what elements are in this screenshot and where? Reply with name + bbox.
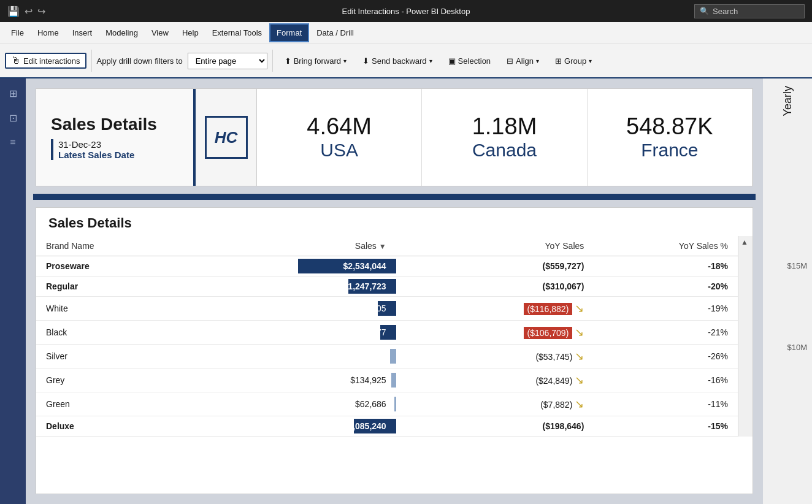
table-row[interactable]: Green$62,686($7,882)↘-11%	[36, 392, 738, 416]
sales-cell: $486,505	[216, 297, 396, 321]
brand-cell: Regular	[36, 277, 216, 297]
table-row[interactable]: Deluxe$1,085,240($198,646)-15%	[36, 416, 738, 437]
menu-modeling[interactable]: Modeling	[99, 25, 144, 41]
group-label: Group	[564, 56, 586, 66]
search-box[interactable]: 🔍 Search	[694, 4, 805, 18]
sales-details-card: Sales Details 31-Dec-23 Latest Sales Dat…	[36, 89, 196, 186]
yoy-cell: ($198,646)	[396, 416, 594, 437]
table-row[interactable]: Proseware$2,534,044($559,727)-18%	[36, 256, 738, 277]
sort-icon: ▼	[379, 242, 386, 251]
group-chevron: ▾	[589, 58, 592, 64]
brand-cell: Grey	[36, 368, 216, 392]
logo-text: HC	[205, 116, 248, 159]
apply-drill-label: Apply drill down filters to	[97, 56, 183, 66]
send-backward-button[interactable]: ⬇ Send backward ▾	[356, 53, 439, 69]
metric-france-value: 548.87K	[626, 114, 713, 140]
sales-subtitle: Latest Sales Date	[51, 150, 178, 160]
menu-bar: File Home Insert Modeling View Help Exte…	[0, 22, 812, 44]
metric-france: 548.87K France	[588, 89, 753, 186]
yoy-cell: ($24,849)↘	[396, 368, 594, 392]
yoy-cell: ($53,745)↘	[396, 345, 594, 368]
yoy-pct-cell: -19%	[594, 297, 738, 321]
yoy-pct-cell: -26%	[594, 345, 738, 368]
table-row[interactable]: Regular$1,247,723($310,067)-20%	[36, 277, 738, 297]
window-title: Edit Interactions - Power BI Desktop	[342, 7, 470, 16]
yoy-cell: ($106,709)↘	[396, 321, 594, 345]
align-icon: ⊟	[507, 56, 513, 66]
metric-usa-label: USA	[320, 140, 358, 161]
metric-canada-label: Canada	[472, 140, 537, 161]
table-row[interactable]: White$486,505($116,882)↘-19%	[36, 297, 738, 321]
menu-external-tools[interactable]: External Tools	[206, 25, 268, 41]
selection-icon: ▣	[448, 56, 456, 66]
canvas: Sales Details 31-Dec-23 Latest Sales Dat…	[26, 78, 763, 504]
sales-cell: $1,085,240	[216, 416, 396, 437]
yoy-cell: ($310,067)	[396, 277, 594, 297]
sidebar-icon-grid[interactable]: ⊞	[3, 83, 23, 103]
sales-cell: $62,686	[216, 392, 396, 416]
menu-home[interactable]: Home	[31, 25, 65, 41]
sidebar: ⊞ ⊡ ≡	[0, 78, 26, 504]
sales-cell: $2,534,044	[216, 256, 396, 277]
align-button[interactable]: ⊟ Align ▾	[500, 53, 546, 69]
group-icon: ⊞	[555, 56, 562, 66]
blue-separator	[33, 194, 756, 200]
brand-cell: White	[36, 297, 216, 321]
menu-help[interactable]: Help	[176, 25, 205, 41]
yoy-cell: ($7,882)↘	[396, 392, 594, 416]
search-label: Search	[713, 7, 738, 16]
brand-cell: Silver	[36, 345, 216, 368]
menu-data-drill[interactable]: Data / Drill	[310, 25, 360, 41]
yoy-pct-cell: -11%	[594, 392, 738, 416]
send-backward-icon: ⬇	[362, 56, 369, 66]
table-row[interactable]: Black$413,777($106,709)↘-21%	[36, 321, 738, 345]
edit-interactions-icon: 🖱	[11, 55, 21, 66]
redo-icon[interactable]: ↪	[37, 6, 45, 17]
col-yoy-pct[interactable]: YoY Sales %	[594, 236, 738, 256]
sales-details-title: Sales Details	[51, 115, 178, 134]
bring-forward-label: Bring forward	[294, 56, 341, 66]
selection-button[interactable]: ▣ Selection	[442, 53, 497, 69]
bring-forward-icon: ⬆	[285, 56, 291, 66]
table-title: Sales Details	[36, 208, 753, 236]
sales-table: Brand Name Sales ▼ YoY Sales YoY Sales %…	[36, 236, 738, 437]
col-yoy[interactable]: YoY Sales	[396, 236, 594, 256]
yoy-pct-cell: -15%	[594, 416, 738, 437]
col-brand[interactable]: Brand Name	[36, 236, 216, 256]
chart-value-15m: $15M	[787, 261, 812, 270]
chart-value-10m: $10M	[787, 343, 812, 352]
scrollbar[interactable]: ▲	[738, 236, 753, 437]
top-cards: Sales Details 31-Dec-23 Latest Sales Dat…	[36, 88, 753, 186]
menu-format[interactable]: Format	[269, 23, 309, 42]
bring-forward-chevron: ▾	[343, 58, 347, 64]
company-logo: HC	[196, 89, 257, 186]
brand-cell: Proseware	[36, 256, 216, 277]
undo-icon[interactable]: ↩	[25, 6, 33, 17]
metric-usa: 4.64M USA	[257, 89, 422, 186]
brand-cell: Black	[36, 321, 216, 345]
group-button[interactable]: ⊞ Group ▾	[548, 53, 599, 69]
menu-file[interactable]: File	[5, 25, 30, 41]
brand-cell: Green	[36, 392, 216, 416]
scroll-up[interactable]: ▲	[738, 236, 751, 248]
sales-date: 31-Dec-23	[51, 139, 178, 150]
menu-insert[interactable]: Insert	[66, 25, 99, 41]
table-row[interactable]: Silver$149,830($53,745)↘-26%	[36, 345, 738, 368]
menu-view[interactable]: View	[145, 25, 175, 41]
edit-interactions-button[interactable]: 🖱 Edit interactions	[5, 53, 86, 69]
yoy-cell: ($559,727)	[396, 256, 594, 277]
edit-interactions-label: Edit interactions	[23, 56, 80, 66]
save-icon[interactable]: 💾	[7, 6, 20, 17]
yoy-pct-cell: -16%	[594, 368, 738, 392]
sales-cell: $413,777	[216, 321, 396, 345]
table-row[interactable]: Grey$134,925($24,849)↘-16%	[36, 368, 738, 392]
yearly-label: Yearly	[781, 86, 794, 116]
col-sales[interactable]: Sales ▼	[216, 236, 396, 256]
sales-cell: $149,830	[216, 345, 396, 368]
sales-cell: $1,247,723	[216, 277, 396, 297]
metric-france-label: France	[641, 140, 698, 161]
sidebar-icon-table[interactable]: ⊡	[3, 108, 23, 128]
bring-forward-button[interactable]: ⬆ Bring forward ▾	[278, 53, 353, 69]
sidebar-icon-list[interactable]: ≡	[3, 132, 23, 152]
drill-select[interactable]: Entire page	[188, 53, 267, 69]
